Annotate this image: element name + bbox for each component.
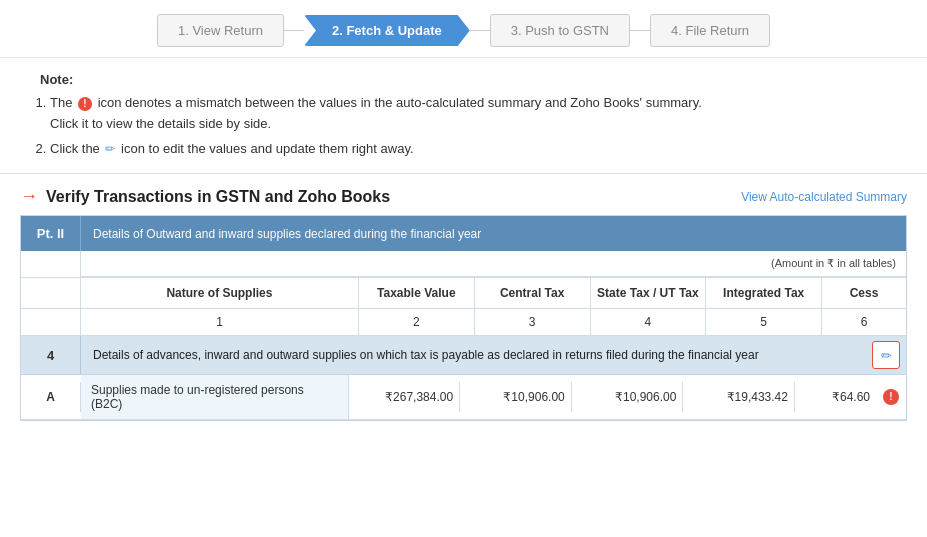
section-title-container: → Verify Transactions in GSTN and Zoho B… bbox=[20, 186, 390, 207]
col-state: State Tax / UT Tax bbox=[591, 278, 707, 308]
amount-note: (Amount in ₹ in all tables) bbox=[81, 251, 906, 277]
section-4-row: 4 Details of advances, inward and outwar… bbox=[21, 336, 906, 375]
col-pt bbox=[21, 278, 81, 308]
step-connector-1 bbox=[284, 30, 304, 31]
edit-icon-note: ✏ bbox=[105, 140, 115, 159]
step-3[interactable]: 3. Push to GSTN bbox=[490, 14, 630, 47]
row-a-error-icon[interactable]: ! bbox=[883, 389, 899, 405]
row-a-cess: ₹64.60 bbox=[795, 382, 876, 412]
col-cess: Cess bbox=[822, 278, 906, 308]
col-headers-row: Nature of Supplies Taxable Value Central… bbox=[21, 278, 906, 309]
num-4: 4 bbox=[591, 309, 707, 335]
step-2[interactable]: 2. Fetch & Update bbox=[304, 15, 470, 46]
num-1: 1 bbox=[81, 309, 359, 335]
section-4-desc: Details of advances, inward and outward … bbox=[81, 336, 866, 374]
row-a-label: A bbox=[21, 382, 81, 412]
row-a-integrated: ₹19,433.42 bbox=[683, 382, 795, 412]
note-2: Click the ✏ icon to edit the values and … bbox=[50, 139, 907, 160]
section-title: Verify Transactions in GSTN and Zoho Boo… bbox=[46, 188, 390, 206]
amount-note-row: (Amount in ₹ in all tables) bbox=[21, 251, 906, 278]
step-4[interactable]: 4. File Return bbox=[650, 14, 770, 47]
row-a-taxable: ₹267,384.00 bbox=[349, 382, 461, 412]
num-3: 3 bbox=[475, 309, 591, 335]
number-row: 1 2 3 4 5 6 bbox=[21, 309, 906, 336]
arrow-icon: → bbox=[20, 186, 38, 207]
step-connector-3 bbox=[630, 30, 650, 31]
col-central: Central Tax bbox=[475, 278, 591, 308]
section-4-edit-cell: ✏ bbox=[866, 336, 906, 374]
amount-empty-cell bbox=[21, 251, 81, 277]
section-4-edit-button[interactable]: ✏ bbox=[872, 341, 900, 369]
error-icon-note: ! bbox=[78, 97, 92, 111]
table-row-a: A Supplies made to un-registered persons… bbox=[21, 375, 906, 420]
row-a-action: ! bbox=[876, 389, 906, 405]
table-header-row: Pt. II Details of Outward and inward sup… bbox=[21, 216, 906, 251]
view-summary-link[interactable]: View Auto-calculated Summary bbox=[741, 190, 907, 204]
step-connector-2 bbox=[470, 30, 490, 31]
col-integrated: Integrated Tax bbox=[706, 278, 822, 308]
section-header: → Verify Transactions in GSTN and Zoho B… bbox=[0, 174, 927, 215]
pt-header: Pt. II bbox=[21, 216, 81, 251]
notes-section: Note: The ! icon denotes a mismatch betw… bbox=[0, 58, 927, 174]
row-a-nature: Supplies made to un-registered persons (… bbox=[81, 375, 349, 419]
num-5: 5 bbox=[706, 309, 822, 335]
row-a-state: ₹10,906.00 bbox=[572, 382, 684, 412]
col-nature: Nature of Supplies bbox=[81, 278, 359, 308]
num-6: 6 bbox=[822, 309, 906, 335]
num-2: 2 bbox=[359, 309, 475, 335]
note-title: Note: bbox=[40, 72, 907, 87]
step-1[interactable]: 1. View Return bbox=[157, 14, 284, 47]
section-4-number: 4 bbox=[21, 336, 81, 374]
note-1: The ! icon denotes a mismatch between th… bbox=[50, 93, 907, 135]
stepper: 1. View Return 2. Fetch & Update 3. Push… bbox=[0, 0, 927, 58]
num-pt bbox=[21, 309, 81, 335]
col-taxable: Taxable Value bbox=[359, 278, 475, 308]
table-header-desc: Details of Outward and inward supplies d… bbox=[81, 216, 906, 251]
row-a-central: ₹10,906.00 bbox=[460, 382, 572, 412]
main-table: Pt. II Details of Outward and inward sup… bbox=[20, 215, 907, 421]
